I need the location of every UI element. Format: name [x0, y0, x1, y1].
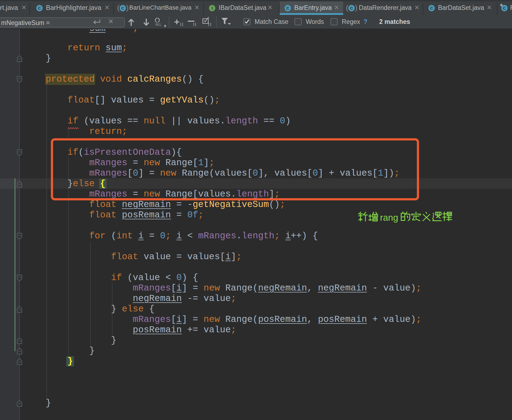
svg-text:rang: rang [380, 212, 398, 223]
